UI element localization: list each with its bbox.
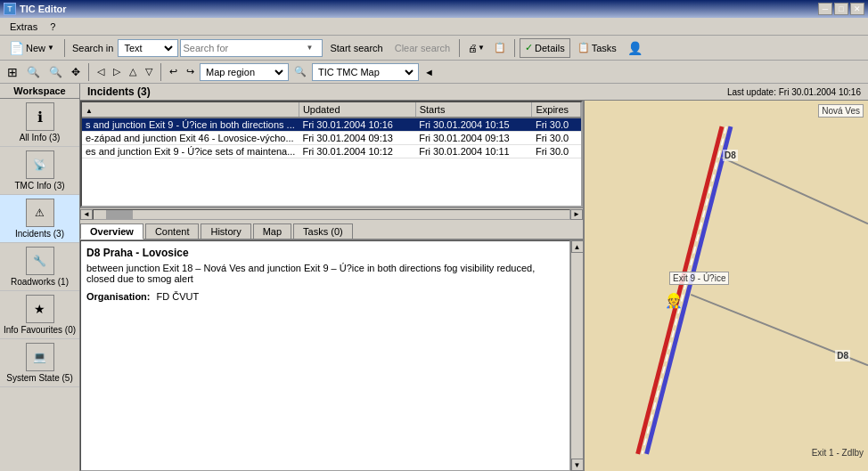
organisation-row: Organisation: FD ČVUT <box>86 291 564 302</box>
incidents-label: Incidents (3) <box>15 229 64 239</box>
clipboard-button[interactable]: 📋 <box>490 38 510 58</box>
detail-content: D8 Praha - Lovosice between junction Exi… <box>80 240 570 471</box>
sidebar-item-incidents[interactable]: ⚠ Incidents (3) <box>0 195 79 243</box>
horizontal-scrollbar[interactable]: ◄ ► <box>80 207 583 220</box>
col-expires[interactable]: Expires <box>532 102 581 118</box>
system-state-label: System State (5) <box>6 373 72 383</box>
collapse-button[interactable]: ◄ <box>421 62 438 82</box>
row1-expires: Fri 30.0 <box>532 118 581 132</box>
d8-upper-label: D8 <box>723 150 738 161</box>
search-for-input-box[interactable]: ▼ <box>180 39 323 57</box>
tab-history[interactable]: History <box>201 223 250 239</box>
system-state-icon: 💻 <box>26 343 54 371</box>
roadworks-label: Roadworks (1) <box>11 277 69 287</box>
tab-overview[interactable]: Overview <box>80 223 143 240</box>
col-desc[interactable]: ▲ <box>82 102 299 118</box>
exit1-label: Exit 1 - Zdlby <box>812 448 864 458</box>
zoom-out-button[interactable]: 🔍 <box>45 62 66 82</box>
row1-updated: Fri 30.01.2004 10:16 <box>299 118 415 132</box>
h-scroll-track[interactable] <box>93 209 570 220</box>
right-panel: Incidents (3) Last update: Fri 30.01.200… <box>80 84 868 471</box>
row2-updated: Fri 30.01.2004 09:13 <box>299 132 415 145</box>
table-row[interactable]: e-západ and junction Exit 46 - Lovosice-… <box>82 132 581 145</box>
sidebar-item-info-fav[interactable]: ★ Info Favourites (0) <box>0 291 79 339</box>
close-button[interactable]: ✕ <box>850 3 864 15</box>
extra-button[interactable]: 👤 <box>624 38 646 58</box>
h-scroll-thumb[interactable] <box>106 210 133 219</box>
print-button[interactable]: 🖨 ▼ <box>464 38 488 58</box>
scroll-left-button[interactable]: ◄ <box>80 209 93 220</box>
detail-inner: Overview Content History Map Tasks (0) D… <box>80 220 583 471</box>
main-toolbar: 📄 New ▼ Search in Text Location ▼ Start … <box>0 36 868 61</box>
pan-button[interactable]: ✥ <box>68 62 84 82</box>
main-content: Workspace ℹ All Info (3) 📡 TMC Info (3) … <box>0 84 868 471</box>
sidebar-item-roadworks[interactable]: 🔧 Roadworks (1) <box>0 243 79 291</box>
menu-help[interactable]: ? <box>44 20 61 34</box>
app-icon: T <box>4 3 16 15</box>
row3-desc: es and junction Exit 9 - Ú?ice sets of m… <box>82 145 299 158</box>
d8-lower-label: D8 <box>835 350 850 361</box>
table-row[interactable]: s and junction Exit 9 - Ú?ice in both di… <box>82 118 581 132</box>
new-button[interactable]: 📄 New ▼ <box>4 38 60 58</box>
minimize-button[interactable]: ─ <box>818 3 832 15</box>
row3-starts: Fri 30.01.2004 10:11 <box>415 145 532 158</box>
start-search-button[interactable]: Start search <box>324 41 388 55</box>
zoom-in-button[interactable]: 🔍 <box>23 62 44 82</box>
scroll-down-button[interactable]: ▼ <box>571 459 584 471</box>
detail-tabs: Overview Content History Map Tasks (0) <box>80 220 583 240</box>
all-info-label: All Info (3) <box>20 133 61 142</box>
map-search-button[interactable]: 🔍 <box>291 62 310 82</box>
search-in-select[interactable]: Text Location <box>120 40 176 56</box>
checkmark-icon: ✓ <box>525 42 533 53</box>
undo-button[interactable]: ↩ <box>166 62 181 82</box>
nova-ves-label: Nová Ves <box>818 104 864 118</box>
workspace-header: Workspace <box>0 84 79 99</box>
tasks-button[interactable]: 📋 Tasks <box>572 38 622 58</box>
scroll-right-button[interactable]: ► <box>570 209 583 220</box>
tic-map-combo[interactable]: TIC TMC Map <box>312 63 419 81</box>
organisation-value: FD ČVUT <box>157 291 200 302</box>
row2-desc: e-západ and junction Exit 46 - Lovosice-… <box>82 132 299 145</box>
sidebar-item-all-info[interactable]: ℹ All Info (3) <box>0 99 79 147</box>
clear-search-button[interactable]: Clear search <box>390 42 454 54</box>
search-for-input[interactable] <box>181 43 306 53</box>
col-updated[interactable]: Updated <box>299 102 415 118</box>
sidebar-item-system-state[interactable]: 💻 System State (5) <box>0 339 79 387</box>
redo-button[interactable]: ↪ <box>183 62 198 82</box>
app-title: TIC Editor <box>20 4 816 14</box>
separator-3 <box>514 39 515 57</box>
scroll-up-button[interactable]: ▲ <box>571 240 584 253</box>
svg-line-3 <box>722 158 868 224</box>
incidents-table-container: ▲ Updated Starts Expires s and junction … <box>80 101 583 207</box>
incidents-icon: ⚠ <box>26 199 54 227</box>
tab-map[interactable]: Map <box>253 223 291 239</box>
forward-button[interactable]: ▷ <box>110 62 124 82</box>
search-in-combo[interactable]: Text Location <box>118 39 178 57</box>
all-info-icon: ℹ <box>26 102 54 131</box>
col-starts[interactable]: Starts <box>415 102 532 118</box>
map-region-select[interactable]: Map region <box>202 64 286 80</box>
row1-starts: Fri 30.01.2004 10:15 <box>415 118 532 132</box>
map-area[interactable]: Nová Ves D8 Exit 9 - Ú?ice 👷 D8 Exit 1 -… <box>583 101 868 471</box>
worker-icon: 👷 <box>665 292 683 309</box>
sidebar-item-tmc-info[interactable]: 📡 TMC Info (3) <box>0 147 79 195</box>
table-row[interactable]: es and junction Exit 9 - Ú?ice sets of m… <box>82 145 581 158</box>
tic-map-select[interactable]: TIC TMC Map <box>315 64 416 80</box>
details-button[interactable]: ✓ Details <box>520 38 570 58</box>
menu-extras[interactable]: Extras <box>4 20 44 34</box>
fit-zoom-button[interactable]: ⊞ <box>4 62 21 82</box>
incidents-header: Incidents (3) Last update: Fri 30.01.200… <box>80 84 868 101</box>
down-button[interactable]: ▽ <box>142 62 156 82</box>
incidents-table: ▲ Updated Starts Expires s and junction … <box>82 102 581 158</box>
scroll-track <box>571 253 584 459</box>
tmc-info-icon: 📡 <box>26 150 54 179</box>
detail-scrollbar[interactable]: ▲ ▼ <box>570 240 583 471</box>
map-region-combo[interactable]: Map region <box>200 63 289 81</box>
tab-content[interactable]: Content <box>145 223 200 239</box>
print-dropdown-icon: ▼ <box>478 44 485 52</box>
back-button[interactable]: ◁ <box>94 62 108 82</box>
info-fav-label: Info Favourites (0) <box>4 325 76 335</box>
maximize-button[interactable]: □ <box>834 3 848 15</box>
tab-tasks[interactable]: Tasks (0) <box>293 223 353 239</box>
up-button[interactable]: △ <box>126 62 140 82</box>
